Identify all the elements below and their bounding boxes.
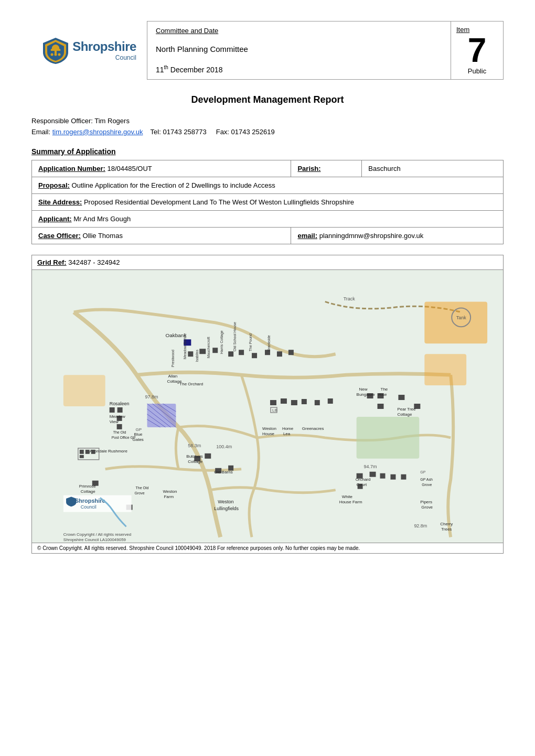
parish-label-cell: Parish: xyxy=(291,160,362,177)
proposal-value: Outline Application for the Erection of … xyxy=(72,181,275,189)
svg-point-3 xyxy=(58,53,61,56)
svg-rect-6 xyxy=(424,301,487,343)
svg-text:Greenacres: Greenacres xyxy=(302,426,324,430)
svg-text:97.8m: 97.8m xyxy=(145,394,158,399)
site-address-row: Site Address: Proposed Residential Devel… xyxy=(32,193,504,210)
svg-text:White: White xyxy=(342,494,353,499)
logo-box: Shropshire Council xyxy=(31,21,147,80)
svg-text:Meadow: Meadow xyxy=(110,414,125,419)
svg-text:Crown Copyright / All rights r: Crown Copyright / All rights reserved xyxy=(63,532,131,537)
svg-rect-35 xyxy=(117,424,122,429)
date-rest: December 2018 xyxy=(168,66,223,74)
svg-text:58.3m: 58.3m xyxy=(188,442,201,448)
app-number-label: Application Number: xyxy=(38,165,105,172)
svg-text:Butchers: Butchers xyxy=(186,453,202,458)
svg-text:Rosaleen: Rosaleen xyxy=(110,401,130,406)
svg-rect-8 xyxy=(63,375,105,406)
svg-text:Pipers: Pipers xyxy=(420,499,432,504)
svg-rect-26 xyxy=(270,400,276,405)
applicant-cell: Applicant: Mr And Mrs Gough xyxy=(32,210,504,227)
svg-text:Bungalow: Bungalow xyxy=(357,392,375,397)
svg-text:Lea: Lea xyxy=(283,431,291,436)
app-number-row: Application Number: 18/04485/OUT Parish:… xyxy=(32,160,504,177)
main-title: Development Management Report xyxy=(31,94,504,105)
item-number: 7 xyxy=(468,34,487,67)
svg-rect-126 xyxy=(80,455,84,458)
site-address-cell: Site Address: Proposed Residential Devel… xyxy=(32,193,504,210)
svg-text:Lullingfields: Lullingfields xyxy=(214,505,239,511)
proposal-cell: Proposal: Outline Application for the Er… xyxy=(32,177,504,193)
application-table: Application Number: 18/04485/OUT Parish:… xyxy=(31,160,504,244)
parish-label: Parish: xyxy=(297,165,320,172)
svg-text:House Farm: House Farm xyxy=(339,499,362,504)
svg-rect-20 xyxy=(228,351,233,357)
applicant-row: Applicant: Mr And Mrs Gough xyxy=(32,210,504,227)
svg-text:Rise: Rise xyxy=(379,392,388,397)
svg-text:Old School House: Old School House xyxy=(233,322,237,351)
app-number-cell: Application Number: 18/04485/OUT xyxy=(32,160,291,177)
map-copyright: © Crown Copyright. All rights reserved. … xyxy=(32,543,503,553)
svg-text:Weston: Weston xyxy=(262,426,276,430)
svg-rect-46 xyxy=(370,471,376,477)
svg-point-2 xyxy=(55,53,57,56)
site-address-value: Proposed Residential Development Land To… xyxy=(84,198,354,206)
svg-text:Orchard: Orchard xyxy=(356,477,371,481)
svg-text:94.7m: 94.7m xyxy=(364,463,377,469)
case-officer-email: planningdmnw@shropshire.gov.uk xyxy=(319,232,424,240)
svg-text:Weston: Weston xyxy=(218,499,233,504)
svg-text:Shropshire Council LA100049059: Shropshire Council LA100049059 xyxy=(63,537,126,542)
svg-text:100.4m: 100.4m xyxy=(216,444,232,449)
svg-text:Isabliss: Isabliss xyxy=(195,349,199,362)
svg-rect-29 xyxy=(302,399,307,404)
svg-text:View: View xyxy=(110,419,119,424)
parish-value-cell: Baschurch xyxy=(362,160,504,177)
svg-text:Prestwood: Prestwood xyxy=(171,350,175,367)
logo-shropshire-text: Shropshire xyxy=(72,39,136,54)
svg-text:Cherry: Cherry xyxy=(440,522,453,526)
svg-rect-42 xyxy=(378,404,384,409)
svg-rect-5 xyxy=(357,417,420,459)
grid-ref-coord: 342487 - 324942 xyxy=(68,258,120,266)
svg-rect-37 xyxy=(205,453,211,458)
officer-email-label: Email: xyxy=(31,128,50,136)
svg-text:Weston: Weston xyxy=(163,489,177,493)
committee-date-label: Committee and Date xyxy=(156,27,442,35)
case-officer-email-label: email: xyxy=(297,232,317,240)
item-public: Public xyxy=(468,67,486,75)
logo-inner: Shropshire Council xyxy=(42,37,136,64)
svg-text:LB: LB xyxy=(272,408,277,413)
svg-text:Trees: Trees xyxy=(441,527,452,532)
svg-text:Meadow Barton: Meadow Barton xyxy=(183,333,187,359)
svg-text:Grove: Grove xyxy=(422,482,432,486)
svg-point-1 xyxy=(51,53,54,56)
svg-text:Pear Tree: Pear Tree xyxy=(397,407,416,412)
committee-date: 11th December 2018 xyxy=(156,64,442,74)
svg-rect-27 xyxy=(281,398,287,404)
svg-rect-48 xyxy=(390,474,395,479)
svg-text:House: House xyxy=(262,431,275,436)
grid-ref-label: Grid Ref: xyxy=(37,258,67,266)
map-svg: Tank 97.8m 58.3m 100.4m 94.7m 92.8m Rosa… xyxy=(32,270,503,543)
svg-rect-24 xyxy=(277,351,282,357)
officer-info: Responsible Officer: Tim Rogers Email: t… xyxy=(31,116,504,138)
logo-text: Shropshire Council xyxy=(72,39,136,61)
officer-tel: 01743 258773 xyxy=(163,128,206,136)
svg-text:GP: GP xyxy=(136,427,142,431)
officer-email-link[interactable]: tim.rogers@shropshire.gov.uk xyxy=(52,128,143,136)
svg-text:Grove: Grove xyxy=(135,491,145,494)
svg-text:Tank: Tank xyxy=(456,315,466,320)
svg-text:Mauchercroft: Mauchercroft xyxy=(207,337,210,358)
case-officer-value: Ollie Thomas xyxy=(83,232,123,240)
svg-text:Brankside: Brankside xyxy=(267,335,271,351)
svg-rect-32 xyxy=(110,407,115,413)
svg-rect-31 xyxy=(328,398,333,404)
applicant-label: Applicant: xyxy=(38,215,72,223)
svg-rect-18 xyxy=(199,349,206,354)
date-sup: th xyxy=(164,64,168,70)
case-officer-email-cell: email: planningdmnw@shropshire.gov.uk xyxy=(291,227,504,244)
svg-text:Home: Home xyxy=(282,426,294,430)
case-officer-row: Case Officer: Ollie Thomas email: planni… xyxy=(32,227,504,244)
summary-heading: Summary of Application xyxy=(31,147,504,156)
officer-contact-line: Email: tim.rogers@shropshire.gov.uk Tel:… xyxy=(31,127,504,138)
item-box: Item 7 Public xyxy=(451,21,504,80)
